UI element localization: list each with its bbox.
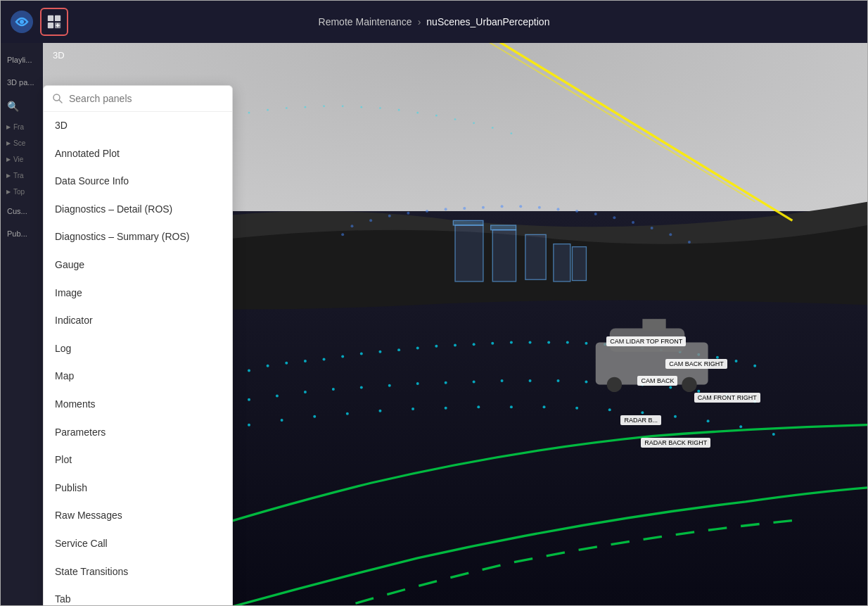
- sidebar-item-3d[interactable]: 3D pa...: [1, 71, 43, 94]
- svg-point-54: [332, 388, 335, 391]
- panel-item-log[interactable]: Log: [44, 335, 232, 363]
- svg-point-110: [688, 241, 691, 244]
- svg-point-29: [435, 345, 438, 348]
- svg-point-44: [716, 356, 719, 359]
- svg-rect-135: [572, 247, 586, 281]
- svg-point-36: [566, 341, 569, 343]
- panel-item-gauge[interactable]: Gauge: [44, 251, 232, 279]
- sidebar-item-pub[interactable]: Pub...: [1, 222, 43, 245]
- breadcrumb-chevron: ›: [418, 16, 421, 27]
- panel-item-diagnostics-detail[interactable]: Diagnostics – Detail (ROS): [44, 196, 232, 224]
- svg-point-95: [445, 208, 447, 210]
- sidebar-views-label: Vie: [13, 156, 23, 163]
- svg-point-58: [445, 381, 447, 384]
- panel-item-plot[interactable]: Plot: [44, 446, 232, 474]
- svg-rect-133: [525, 234, 546, 279]
- svg-point-104: [613, 216, 615, 219]
- sidebar-section-frames[interactable]: ▶ Fra: [1, 119, 43, 135]
- search-input[interactable]: [69, 93, 224, 104]
- svg-point-74: [248, 424, 250, 427]
- panel-item-tab[interactable]: Tab: [44, 586, 232, 605]
- svg-rect-132: [491, 225, 516, 230]
- svg-point-114: [286, 107, 288, 109]
- views-arrow: ▶: [6, 156, 11, 163]
- panel-item-publish[interactable]: Publish: [44, 474, 232, 503]
- panel-item-map[interactable]: Map: [44, 362, 232, 391]
- svg-point-102: [575, 210, 578, 213]
- panel-item-indicator[interactable]: Indicator: [44, 307, 232, 335]
- svg-point-56: [388, 384, 391, 387]
- sidebar: Playli... 3D pa... 🔍 ▶ Fra ▶ Sce ▶ Vie ▶…: [1, 43, 43, 605]
- add-panel-button[interactable]: [40, 8, 68, 36]
- svg-point-99: [519, 205, 522, 208]
- svg-point-91: [369, 219, 372, 222]
- panel-item-service-call[interactable]: Service Call: [44, 530, 232, 558]
- svg-point-113: [267, 109, 269, 111]
- svg-point-122: [435, 115, 438, 117]
- panel-item-state-transitions[interactable]: State Transitions: [44, 558, 232, 586]
- sidebar-section-scenes[interactable]: ▶ Sce: [1, 135, 43, 151]
- panel-item-3d[interactable]: 3D: [44, 112, 232, 140]
- svg-point-28: [416, 346, 419, 349]
- svg-point-88: [707, 419, 710, 422]
- svg-point-57: [416, 382, 419, 385]
- panel-item-image[interactable]: Image: [44, 279, 232, 308]
- panel-item-moments[interactable]: Moments: [44, 391, 232, 419]
- panel-item-annotated-plot[interactable]: Annotated Plot: [44, 140, 232, 168]
- svg-rect-3: [55, 15, 60, 21]
- svg-point-127: [492, 127, 494, 129]
- svg-point-98: [501, 205, 504, 208]
- svg-point-30: [454, 343, 457, 346]
- tracks-arrow: ▶: [6, 172, 11, 179]
- sidebar-item-custom[interactable]: Cus...: [1, 200, 43, 222]
- svg-point-1: [20, 20, 24, 24]
- svg-point-117: [342, 106, 344, 108]
- svg-point-60: [501, 379, 504, 382]
- svg-point-24: [341, 355, 344, 358]
- svg-point-112: [248, 112, 250, 114]
- sidebar-frames-label: Fra: [13, 123, 24, 131]
- sidebar-item-playlist[interactable]: Playli...: [1, 49, 43, 71]
- add-panel-icon: [46, 14, 62, 30]
- svg-point-62: [557, 379, 560, 382]
- svg-point-93: [407, 212, 409, 215]
- top-bar: Remote Maintenance › nuScenes_UrbanPerce…: [1, 1, 867, 43]
- svg-point-75: [281, 419, 283, 422]
- svg-rect-2: [48, 15, 53, 21]
- svg-point-106: [351, 225, 354, 227]
- panel-item-parameters[interactable]: Parameters: [44, 419, 232, 447]
- svg-point-31: [473, 343, 476, 346]
- svg-point-97: [482, 206, 485, 209]
- svg-point-109: [341, 233, 344, 236]
- sidebar-section-views[interactable]: ▶ Vie: [1, 151, 43, 168]
- svg-point-119: [379, 107, 381, 109]
- svg-point-81: [477, 405, 480, 408]
- breadcrumb-file[interactable]: nuScenes_UrbanPerception: [426, 16, 549, 27]
- sidebar-topics-label: Top: [13, 188, 25, 196]
- svg-point-22: [304, 360, 307, 362]
- svg-point-55: [360, 386, 363, 389]
- svg-point-59: [473, 380, 476, 383]
- svg-point-90: [772, 433, 775, 436]
- svg-point-94: [426, 210, 428, 213]
- svg-point-115: [305, 106, 307, 108]
- breadcrumb-project[interactable]: Remote Maintenance: [319, 16, 412, 27]
- svg-point-138: [607, 377, 622, 392]
- main-content: Playli... 3D pa... 🔍 ▶ Fra ▶ Sce ▶ Vie ▶…: [1, 43, 867, 605]
- panel-item-diagnostics-summary[interactable]: Diagnostics – Summary (ROS): [44, 223, 232, 251]
- svg-point-63: [585, 380, 587, 383]
- panel-item-data-source-info[interactable]: Data Source Info: [44, 168, 232, 196]
- svg-point-86: [641, 411, 644, 414]
- sidebar-section-topics[interactable]: ▶ Top: [1, 184, 43, 200]
- sidebar-section-tracks[interactable]: ▶ Tra: [1, 168, 43, 184]
- svg-rect-4: [48, 23, 53, 28]
- svg-point-37: [585, 342, 587, 345]
- svg-point-33: [510, 341, 513, 343]
- svg-point-83: [543, 405, 546, 408]
- sidebar-item-search[interactable]: 🔍: [1, 94, 43, 119]
- svg-point-124: [454, 118, 457, 120]
- panel-dropdown: 3DAnnotated PlotData Source InfoDiagnost…: [43, 85, 233, 605]
- panel-item-raw-messages[interactable]: Raw Messages: [44, 502, 232, 530]
- svg-point-26: [378, 351, 381, 353]
- svg-point-69: [753, 400, 756, 403]
